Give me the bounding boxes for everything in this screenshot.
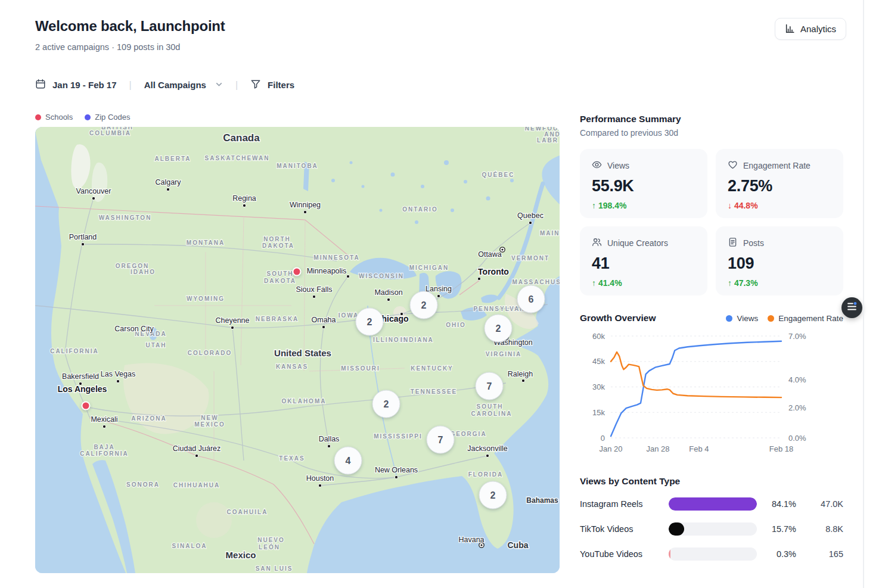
campaign-selector[interactable]: All Campaigns <box>144 80 223 90</box>
map-cluster-count: 2 <box>496 323 501 334</box>
users-icon <box>592 237 602 249</box>
right-axis-tick: 4.0% <box>788 375 806 384</box>
city-label-dallas: Dallas <box>319 435 340 443</box>
eye-icon <box>592 160 602 172</box>
divider: | <box>232 80 241 91</box>
city-dot <box>116 379 119 382</box>
city-dot <box>529 221 532 224</box>
map-legend-schools[interactable]: Schools <box>35 113 73 122</box>
performance-summary-subtitle: Compared to previous 30d <box>580 128 843 138</box>
chevron-down-icon <box>215 80 223 90</box>
series-views <box>611 341 781 436</box>
filters-button[interactable]: Filters <box>250 79 294 91</box>
state-label: SAN LUIS <box>256 565 293 572</box>
state-label: CALIFORNIA <box>80 450 129 457</box>
city-label-mexicali: Mexicali <box>91 415 117 424</box>
city-label-regina: Regina <box>232 194 256 203</box>
map-cluster-count: 4 <box>346 456 351 466</box>
state-label: WASHINGTON <box>99 214 152 221</box>
state-label: SOUTH <box>477 403 504 410</box>
growth-overview-title: Growth Overview <box>580 313 656 323</box>
content-type-percent: 0.3% <box>757 549 796 559</box>
state-label: MEXICO <box>194 421 225 428</box>
page-title: Welcome back, Launchpoint <box>35 18 225 35</box>
city-dot <box>318 484 321 487</box>
content-type-bar <box>669 547 757 561</box>
x-axis-tick: Feb 18 <box>769 444 793 453</box>
state-label: DAKOTA <box>264 278 296 284</box>
city-label-los-angeles: Los Angeles <box>58 384 107 394</box>
content-type-label: YouTube Videos <box>580 549 669 559</box>
date-range-picker[interactable]: Jan 19 - Feb 17 <box>35 79 117 91</box>
content-type-value: 47.0K <box>796 499 843 509</box>
state-label: OHIO <box>446 322 466 328</box>
legend-label: Schools <box>45 113 73 122</box>
right-axis-tick: 7.0% <box>788 332 806 341</box>
date-range-label: Jan 19 - Feb 17 <box>52 80 117 90</box>
state-label: MICHIGAN <box>409 265 449 271</box>
city-label-las-vegas: Las Vegas <box>101 370 135 378</box>
growth-chart: 60k45k30k15k07.0%4.0%2.0%0.0%Jan 20Jan 2… <box>580 327 843 465</box>
views-by-content-type-title: Views by Content Type <box>580 476 843 487</box>
content-type-value: 165 <box>796 549 843 559</box>
state-label: MASSACHUSET <box>512 279 560 285</box>
state-label: VIRGINIA <box>486 351 521 357</box>
calendar-icon <box>35 79 46 91</box>
city-label-toronto: Toronto <box>478 267 509 276</box>
bar-chart-icon <box>785 24 795 34</box>
analytics-button[interactable]: Analytics <box>775 18 846 40</box>
legend-dot-icon <box>85 114 91 120</box>
left-axis-tick: 60k <box>592 332 605 341</box>
state-label: SOUTH <box>267 270 294 277</box>
state-label: BAJA <box>94 444 114 450</box>
city-label-ottawa: Ottawa <box>478 250 502 259</box>
right-axis-tick: 2.0% <box>788 403 806 412</box>
city-label-omaha: Omaha <box>312 316 336 324</box>
map-cluster-count: 2 <box>367 317 372 327</box>
state-label: NORTH <box>263 236 291 242</box>
legend-engagement: Engagement Rate <box>768 314 843 323</box>
map-cluster-count: 2 <box>421 300 427 310</box>
state-label: NEBRASKA <box>256 316 299 322</box>
campaign-selector-label: All Campaigns <box>144 80 206 90</box>
city-dot <box>195 454 198 457</box>
document-icon <box>728 237 738 249</box>
state-label: UTAH <box>145 342 166 349</box>
map-cluster-count: 2 <box>490 490 496 500</box>
city-label-bakersfield: Bakersfield <box>62 372 99 381</box>
city-dot <box>521 379 524 382</box>
quick-menu-button[interactable] <box>841 297 862 318</box>
city-label-quebec: Quebec <box>517 211 544 220</box>
state-label: ARIZONA <box>131 415 167 422</box>
map-legend-zip-codes[interactable]: Zip Codes <box>85 113 130 122</box>
metric-card-posts: Posts109↑ 47.3% <box>716 226 843 295</box>
state-label: NEW <box>201 415 218 421</box>
content-type-bar-fill <box>669 497 757 511</box>
content-type-bar <box>669 522 757 536</box>
city-dot <box>312 295 315 298</box>
state-label: MAINE <box>540 230 560 237</box>
city-label-havana: Havana <box>458 536 484 544</box>
state-label: SONORA <box>126 481 160 488</box>
content-type-bar-fill <box>669 547 670 561</box>
city-label-cheyenne: Cheyenne <box>216 316 250 325</box>
content-type-label: TikTok Videos <box>580 524 669 534</box>
legend-views: Views <box>726 314 758 323</box>
right-edge-divider <box>863 0 864 588</box>
metric-delta: ↑ 41.4% <box>592 278 695 288</box>
state-label: CALIFORNIA <box>50 348 99 354</box>
city-label-raleigh: Raleigh <box>508 370 533 378</box>
state-label: VERMONT <box>511 255 549 262</box>
heart-icon <box>728 160 738 172</box>
city-dot <box>477 277 480 280</box>
content-type-percent: 84.1% <box>757 499 796 509</box>
x-axis-tick: Jan 28 <box>646 444 669 453</box>
state-label: MANITOBA <box>277 163 318 169</box>
campaign-map[interactable]: BRITISHCOLUMBIAALBERTASASKATCHEWANMANITO… <box>35 127 560 573</box>
legend-engagement-label: Engagement Rate <box>778 314 843 323</box>
state-label: LABR <box>537 137 558 144</box>
state-label: MONTANA <box>187 239 225 246</box>
school-marker[interactable] <box>82 402 90 410</box>
school-marker[interactable] <box>293 268 301 276</box>
funnel-icon <box>250 79 261 91</box>
